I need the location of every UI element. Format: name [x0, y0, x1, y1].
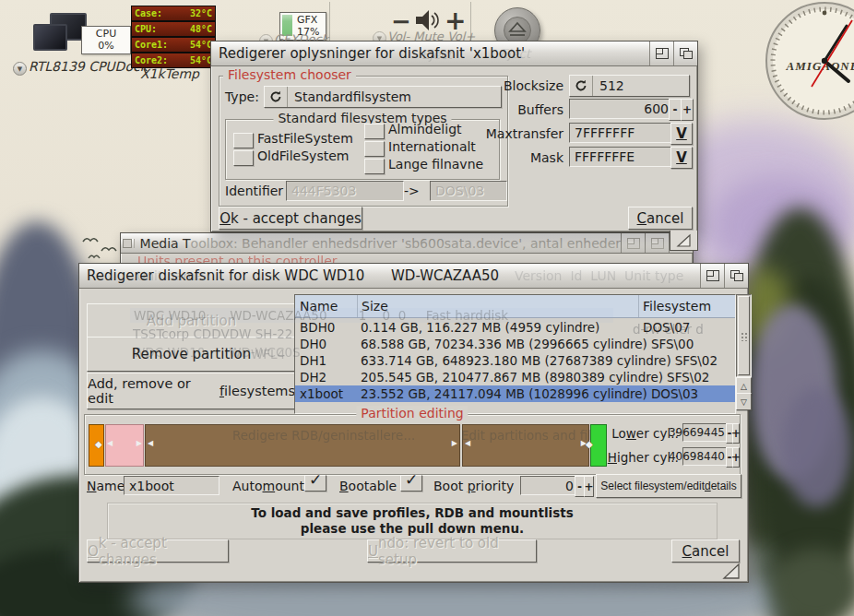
- add-partition-button[interactable]: Add partition: [87, 303, 296, 338]
- checkmark-icon: ✓: [405, 470, 418, 489]
- ok-accept-button[interactable]: Ok - accept changes: [87, 539, 229, 563]
- cell-size: 205.545 GB, 210477.867 MB (8980389 cylin…: [357, 370, 663, 385]
- cancel-button[interactable]: Cancel: [671, 539, 740, 563]
- temperature-monitor[interactable]: Case:32°C CPU:48°C Core1:54°C Core2:54°C: [131, 6, 210, 70]
- boot-priority-increment[interactable]: +: [584, 476, 594, 497]
- partition-handle-icon[interactable]: ◆: [586, 439, 593, 449]
- partition-editing-group: Partition editing ◆ ◀ ▶ ◀ ▶ ◀ ▶ ◆ Redige…: [84, 414, 741, 475]
- remove-partition-button[interactable]: Remove partition: [87, 337, 296, 372]
- edit-partition-dialog[interactable]: Redigerer oplysninger for diskafsnit 'x1…: [210, 41, 698, 232]
- filesystem-chooser-group: Filesystem chooser Type: Standardfilsyst…: [219, 76, 508, 207]
- clock-brand-text: AMIGAONE: [786, 59, 854, 73]
- birds-icon: [81, 232, 125, 266]
- dialog-titlebar[interactable]: Redigerer oplysninger for diskafsnit 'x1…: [211, 41, 697, 66]
- depth-window-button[interactable]: [724, 264, 748, 288]
- cpu-monitor[interactable]: CPU 0%: [81, 26, 131, 54]
- monitor-front-icon: [33, 24, 67, 51]
- media-window-title-head: Media T: [140, 236, 191, 251]
- ok-accept-button[interactable]: Ok - accept changes: [219, 207, 362, 230]
- oldfilesystem-checkbox[interactable]: [233, 150, 254, 166]
- zoom-window-button[interactable]: [649, 41, 673, 65]
- buffers-decrement[interactable]: -: [669, 99, 682, 121]
- type-label: Type:: [225, 89, 259, 104]
- mask-preset-button[interactable]: V: [670, 147, 693, 169]
- filesystem-type-value: Standardfilsystem: [288, 89, 411, 104]
- zoom-window-button[interactable]: [645, 233, 669, 253]
- identifier-label: Identifier: [225, 184, 283, 198]
- undo-revert-button[interactable]: Undo: revert to old setup: [367, 539, 537, 563]
- partition-table[interactable]: Name Size Filesystem BDH0 0.114 GB, 116.…: [294, 294, 736, 414]
- buffers-increment[interactable]: +: [681, 99, 694, 121]
- lower-cyl-field[interactable]: 39669445: [682, 423, 730, 442]
- table-scrollbar-thumb[interactable]: [738, 296, 750, 375]
- cycle-icon: [265, 87, 288, 107]
- select-filesystem-button[interactable]: Select filesystem/edit details: [596, 474, 741, 498]
- depth-window-button[interactable]: [673, 41, 697, 65]
- partition-block-unused-1[interactable]: ◀ ▶: [145, 424, 460, 467]
- table-row[interactable]: DH2 205.545 GB, 210477.867 MB (8980389 c…: [295, 369, 735, 385]
- blocksize-cycle[interactable]: 512: [569, 75, 690, 97]
- maxtransfer-preset-button[interactable]: V: [670, 123, 693, 145]
- analog-clock[interactable]: AMIGAONE: [754, 0, 854, 130]
- blocksize-label: Blocksize: [488, 78, 563, 93]
- identifier-input: 444F5303: [286, 181, 404, 201]
- cell-filesystem: DOS\07: [639, 320, 735, 335]
- media-toolbox-window[interactable]: Media T oolbox: Behandler enhedsdriver '…: [120, 232, 694, 266]
- automount-checkbox[interactable]: ✓: [304, 475, 326, 492]
- cancel-button[interactable]: Cancel: [628, 207, 693, 230]
- cell-size: 23.552 GB, 24117.094 MB (1028996 cylindr…: [357, 386, 647, 401]
- temp-label: Core1:: [135, 40, 168, 50]
- higher-cyl-field[interactable]: 40698440: [682, 447, 730, 466]
- cell-filesystem: SFS\02: [663, 370, 735, 385]
- lower-cyl-increment[interactable]: +: [732, 423, 740, 444]
- ghost-unit-cols-header: Version Id LUN Unit type: [515, 268, 683, 283]
- cell-name: DH0: [295, 337, 357, 351]
- bootable-checkbox[interactable]: ✓: [400, 475, 422, 492]
- temp-value: 54°C: [190, 40, 212, 50]
- temp-value: 48°C: [190, 24, 212, 34]
- column-header-filesystem[interactable]: Filesystem: [639, 295, 735, 317]
- table-row[interactable]: BDH0 0.114 GB, 116.227 MB (4959 cylindre…: [295, 319, 735, 336]
- table-row[interactable]: DH0 68.588 GB, 70234.336 MB (2996665 cyl…: [295, 336, 735, 352]
- table-row-selected[interactable]: x1boot 23.552 GB, 24117.094 MB (1028996 …: [295, 385, 735, 402]
- mask-field[interactable]: FFFFFFFE: [569, 147, 674, 167]
- table-scrollbar-track[interactable]: [736, 294, 752, 377]
- net-dock-menu-button[interactable]: ▼: [13, 62, 27, 76]
- network-monitor-icon[interactable]: [33, 13, 89, 53]
- partition-editor-window[interactable]: Redigerer diskafsnit for disk WDC WD10 W…: [78, 263, 749, 583]
- dialog-title: Redigerer oplysninger for diskafsnit 'x1…: [219, 45, 525, 62]
- partition-block-unused-2[interactable]: ◀ ▶: [462, 424, 589, 467]
- filesystem-type-cycle[interactable]: Standardfilsystem: [264, 86, 502, 108]
- buffers-field[interactable]: 600: [569, 99, 674, 119]
- cell-filesystem: DOS\03: [647, 386, 735, 401]
- partition-editor-titlebar[interactable]: Redigerer diskafsnit for disk WDC WD10 W…: [79, 264, 748, 289]
- iconify-window-button[interactable]: [621, 233, 645, 253]
- almindeligt-checkbox[interactable]: [364, 124, 385, 139]
- higher-cyl-increment[interactable]: +: [732, 447, 740, 468]
- maxtransfer-field[interactable]: 7FFFFFFF: [569, 123, 674, 143]
- scroll-down-button[interactable]: ▽: [736, 393, 752, 410]
- close-window-button[interactable]: [121, 239, 135, 248]
- window-resize-handle[interactable]: [721, 562, 741, 581]
- dialog-resize-handle[interactable]: [670, 231, 698, 251]
- table-row[interactable]: DH1 633.714 GB, 648923.180 MB (27687389 …: [295, 352, 735, 369]
- column-header-size[interactable]: Size: [358, 295, 639, 317]
- cell-size: 68.588 GB, 70234.336 MB (2996665 cylindr…: [357, 337, 647, 351]
- zoom-window-button[interactable]: [700, 264, 724, 288]
- fastfilesystem-checkbox[interactable]: [233, 133, 254, 148]
- internationalt-checkbox[interactable]: [364, 141, 385, 157]
- temp-label: CPU:: [135, 24, 157, 34]
- cell-filesystem: SFS\02: [671, 353, 735, 368]
- lange-filnavne-checkbox[interactable]: [364, 159, 385, 174]
- partition-handle-icon[interactable]: ◆: [95, 439, 102, 449]
- bootable-label: Bootable: [339, 479, 397, 493]
- partition-name-input[interactable]: x1boot: [124, 476, 219, 495]
- fastfilesystem-label: FastFileSystem: [257, 131, 353, 146]
- column-header-name[interactable]: Name: [295, 295, 358, 317]
- partition-block-pink[interactable]: ◀ ▶: [105, 424, 144, 467]
- notice-line-1: To load and save profiles, RDB and mount…: [108, 505, 717, 521]
- resize-arrow-icon: ◀: [465, 439, 470, 447]
- zoom-icon: [706, 270, 719, 281]
- boot-priority-field[interactable]: 0: [520, 476, 579, 495]
- edit-filesystems-button[interactable]: Add, remove or edit filesystems: [87, 373, 296, 409]
